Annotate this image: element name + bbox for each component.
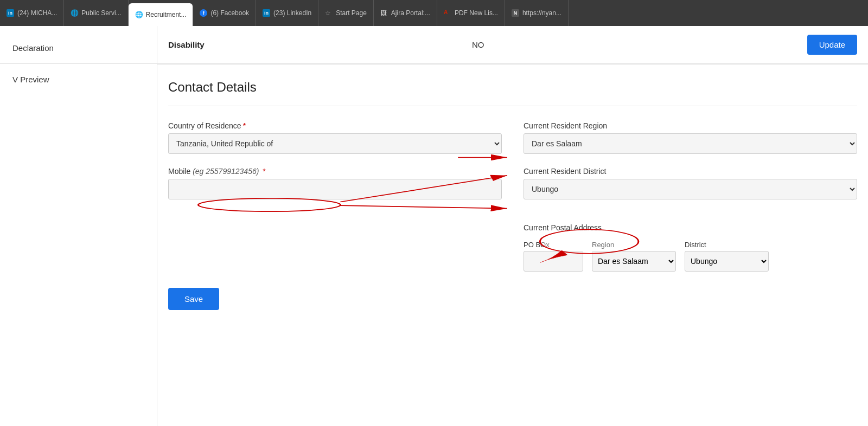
current-resident-region-select[interactable]: Dar es Salaam Arusha Mwanza Dodoma bbox=[524, 133, 857, 154]
gov-icon: 🌐 bbox=[71, 9, 78, 17]
mobile-label: Mobile (eg 255799123456) * bbox=[168, 167, 502, 176]
postal-region-select[interactable]: Dar es Salaam Arusha Mwanza bbox=[592, 251, 676, 272]
postal-grid: PO BOx Region Dar es Salaam Arusha Mwanz… bbox=[524, 241, 857, 272]
ajira-icon: 🖼 bbox=[380, 9, 388, 17]
sidebar-item-cv-preview[interactable]: V Preview bbox=[0, 68, 157, 91]
linkedin-icon-2: in bbox=[263, 9, 270, 17]
tab-nyan-label: https://nyan... bbox=[522, 9, 561, 17]
section-divider bbox=[168, 106, 857, 106]
sidebar: Declaration V Preview bbox=[0, 26, 157, 426]
save-button[interactable]: Save bbox=[168, 288, 219, 310]
disability-label: Disability bbox=[168, 40, 472, 49]
current-resident-region-group: Current Resident Region Dar es Salaam Ar… bbox=[524, 121, 857, 154]
mobile-hint: (eg 255799123456) bbox=[193, 167, 259, 176]
section-title: Contact Details bbox=[168, 80, 857, 95]
star-icon: ☆ bbox=[325, 9, 333, 17]
postal-district-select[interactable]: Ubungo Kinondoni Ilala bbox=[685, 251, 769, 272]
tab-linkedin-label: (23) LinkedIn bbox=[273, 9, 311, 17]
tab-recruitment-label: Recruitment... bbox=[146, 11, 187, 18]
postal-region-group: Region Dar es Salaam Arusha Mwanza bbox=[592, 241, 676, 272]
mobile-group: Mobile (eg 255799123456) * bbox=[168, 167, 502, 199]
disability-row: Disability NO Update bbox=[157, 26, 868, 64]
tab-public-label: Public Servi... bbox=[81, 9, 121, 17]
tab-recruitment[interactable]: 🌐 Recruitment... bbox=[129, 3, 194, 26]
nyan-icon: N bbox=[512, 9, 519, 17]
contact-section: Contact Details Country of Residence* Ta… bbox=[157, 64, 868, 321]
country-of-residence-group: Country of Residence* Tanzania, United R… bbox=[168, 121, 502, 154]
sidebar-divider bbox=[0, 63, 157, 64]
po-box-label: PO BOx bbox=[524, 241, 583, 249]
tab-ajira-label: Ajira Portal:... bbox=[391, 9, 430, 17]
main-content: Disability NO Update Contact Details Cou… bbox=[157, 26, 868, 426]
tab-ajira[interactable]: 🖼 Ajira Portal:... bbox=[374, 0, 437, 26]
empty-left-cell bbox=[168, 212, 502, 272]
postal-region-label: Region bbox=[592, 241, 676, 249]
browser-tabs: in (24) MICHA... 🌐 Public Servi... 🌐 Rec… bbox=[0, 0, 868, 26]
tab-public[interactable]: 🌐 Public Servi... bbox=[64, 0, 128, 26]
postal-district-label: District bbox=[685, 241, 769, 249]
mobile-input[interactable] bbox=[168, 179, 502, 199]
po-box-input[interactable] bbox=[524, 251, 583, 272]
disability-value: NO bbox=[472, 40, 807, 49]
update-button[interactable]: Update bbox=[807, 35, 857, 55]
country-of-residence-select[interactable]: Tanzania, United Republic of bbox=[168, 133, 502, 154]
po-box-group: PO BOx bbox=[524, 241, 583, 272]
tab-start[interactable]: ☆ Start Page bbox=[318, 0, 374, 26]
tab-facebook[interactable]: f (6) Facebook bbox=[193, 0, 256, 26]
country-of-residence-label: Country of Residence* bbox=[168, 121, 502, 130]
tab-pdf[interactable]: A PDF New Lis... bbox=[437, 0, 505, 26]
current-resident-region-label: Current Resident Region bbox=[524, 121, 857, 130]
tab-pdf-label: PDF New Lis... bbox=[455, 9, 498, 17]
recruitment-icon: 🌐 bbox=[135, 11, 143, 18]
form-annotation-container: Country of Residence* Tanzania, United R… bbox=[168, 121, 857, 272]
tab-micha[interactable]: in (24) MICHA... bbox=[0, 0, 64, 26]
contact-form-grid: Country of Residence* Tanzania, United R… bbox=[168, 121, 857, 272]
current-resident-district-group: Current Resident District Ubungo Kinondo… bbox=[524, 167, 857, 199]
tab-micha-label: (24) MICHA... bbox=[17, 9, 57, 17]
postal-district-group: District Ubungo Kinondoni Ilala bbox=[685, 241, 769, 272]
postal-address-label: Current Postal Address bbox=[524, 223, 857, 232]
facebook-icon: f bbox=[200, 9, 207, 17]
current-postal-address-group: Current Postal Address PO BOx Region Dar… bbox=[524, 223, 857, 272]
tab-linkedin[interactable]: in (23) LinkedIn bbox=[256, 0, 318, 26]
tab-nyan[interactable]: N https://nyan... bbox=[505, 0, 569, 26]
current-resident-district-label: Current Resident District bbox=[524, 167, 857, 176]
tab-start-label: Start Page bbox=[336, 9, 367, 17]
sidebar-item-declaration[interactable]: Declaration bbox=[0, 37, 157, 59]
current-resident-district-select[interactable]: Ubungo Kinondoni Ilala Temeke bbox=[524, 179, 857, 199]
linkedin-icon: in bbox=[7, 9, 14, 17]
pdf-icon: A bbox=[444, 9, 451, 17]
tab-facebook-label: (6) Facebook bbox=[210, 9, 249, 17]
